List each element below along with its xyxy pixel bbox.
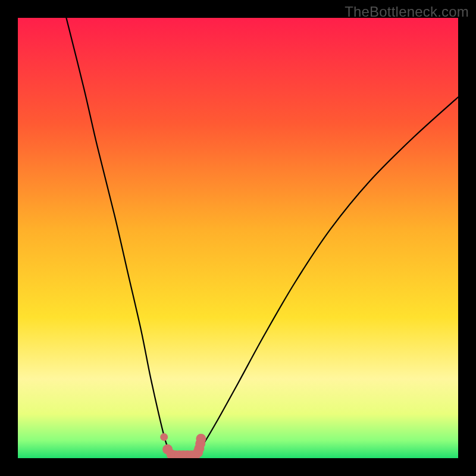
outer-frame: TheBottleneck.com: [0, 0, 476, 476]
plot-area: [18, 18, 458, 458]
marker-dot: [160, 433, 168, 441]
chart-svg: [18, 18, 458, 458]
marker-dot: [196, 434, 206, 444]
gradient-background: [18, 18, 458, 458]
watermark-text: TheBottleneck.com: [345, 4, 469, 20]
